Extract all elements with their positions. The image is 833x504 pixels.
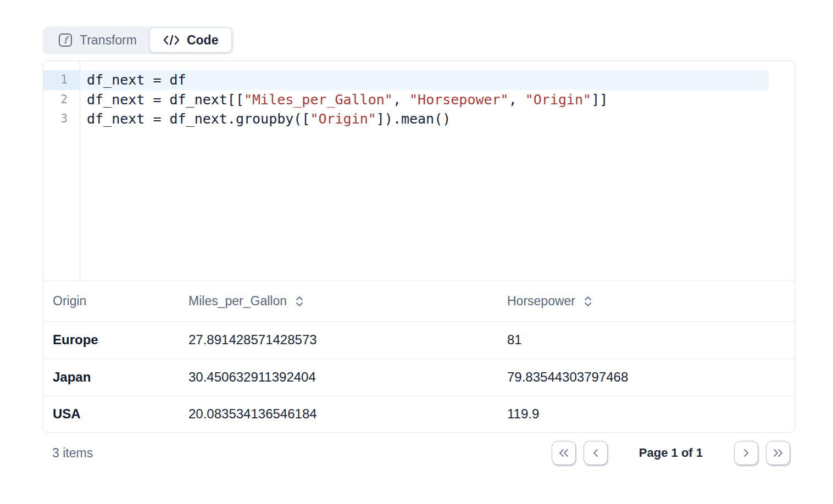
svg-text:f: f <box>64 35 70 46</box>
cell-horsepower: 119.9 <box>498 406 795 422</box>
items-count: 3 items <box>43 446 93 461</box>
column-header-horsepower[interactable]: Horsepower <box>498 294 795 309</box>
sort-updown-icon[interactable] <box>584 296 592 307</box>
tab-code[interactable]: Code <box>150 28 232 52</box>
page-indicator: Page 1 of 1 <box>639 446 703 460</box>
column-header-origin: Origin <box>43 294 179 309</box>
double-chevron-right-icon <box>772 448 784 458</box>
cell-miles-per-gallon: 27.891428571428573 <box>179 332 498 348</box>
table-row: Japan 30.450632911392404 79.835443037974… <box>43 359 795 396</box>
code-line[interactable]: 2df_next = df_next[["Miles_per_Gallon", … <box>43 90 795 110</box>
first-page-button[interactable] <box>552 441 576 465</box>
code-editor[interactable]: 1df_next = df2df_next = df_next[["Miles_… <box>43 61 795 281</box>
function-icon: f <box>58 33 73 47</box>
code-and-result-panel: 1df_next = df2df_next = df_next[["Miles_… <box>43 60 796 433</box>
code-brackets-icon <box>163 34 180 46</box>
double-chevron-left-icon <box>558 448 570 458</box>
table-footer: 3 items Page 1 of 1 <box>43 439 796 467</box>
sort-updown-icon[interactable] <box>295 296 304 307</box>
cell-horsepower: 79.83544303797468 <box>498 369 795 385</box>
chevron-left-icon <box>591 448 601 458</box>
prev-page-button[interactable] <box>584 441 608 465</box>
cell-horsepower: 81 <box>498 332 795 348</box>
cell-origin: USA <box>43 406 179 422</box>
code-line-text: df_next = df_next.groupby(["Origin"]).me… <box>80 109 451 129</box>
table-header-row: Origin Miles_per_Gallon Horsepower <box>43 281 795 321</box>
cell-miles-per-gallon: 20.083534136546184 <box>179 406 498 422</box>
last-page-button[interactable] <box>766 441 790 465</box>
line-number: 1 <box>43 70 80 90</box>
tab-code-label: Code <box>187 33 219 48</box>
column-header-miles-per-gallon[interactable]: Miles_per_Gallon <box>179 294 498 309</box>
chevron-right-icon <box>741 448 751 458</box>
next-page-button[interactable] <box>734 441 758 465</box>
tab-transform-label: Transform <box>80 33 137 48</box>
code-line[interactable]: 3df_next = df_next.groupby(["Origin"]).m… <box>43 109 795 129</box>
view-mode-tabs: f Transform Code <box>43 26 234 54</box>
code-line-text: df_next = df_next[["Miles_per_Gallon", "… <box>80 90 608 110</box>
cell-origin: Japan <box>43 369 179 385</box>
table-row: USA 20.083534136546184 119.9 <box>43 395 795 433</box>
pagination: Page 1 of 1 <box>552 441 790 465</box>
line-number: 2 <box>43 90 80 110</box>
cell-origin: Europe <box>43 332 179 348</box>
code-line-text: df_next = df <box>80 70 186 90</box>
code-line[interactable]: 1df_next = df <box>43 70 795 90</box>
cell-miles-per-gallon: 30.450632911392404 <box>179 369 498 385</box>
table-row: Europe 27.891428571428573 81 <box>43 321 795 359</box>
line-number: 3 <box>43 109 80 129</box>
tab-transform[interactable]: f Transform <box>45 28 150 52</box>
